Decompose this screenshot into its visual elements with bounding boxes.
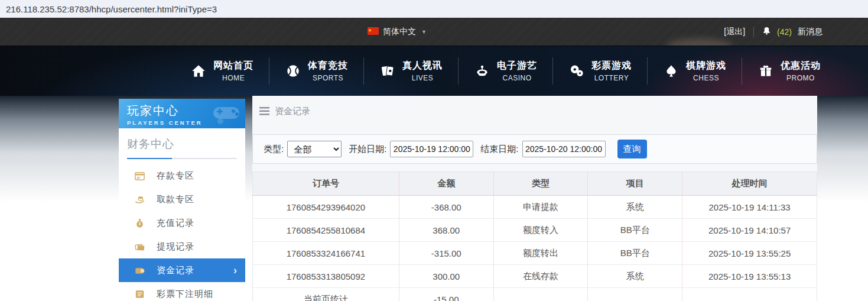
sidebar-item-label: 提现记录 [157, 241, 194, 253]
nav-item-home[interactable]: 网站首页HOME [175, 60, 269, 82]
lottery-icon [569, 63, 584, 79]
end-date-input[interactable] [522, 141, 606, 157]
sidebar-item[interactable]: 充值记录 [119, 211, 245, 235]
nav-item-subtitle: LOTTERY [591, 74, 632, 82]
funds-table: 订单号金额类型项目处理时间 1760854293964020-368.00申请提… [252, 171, 817, 301]
nav-item-title: 体育竞技 [308, 60, 348, 72]
table-row: 1760853313805092300.00在线存款系统2025-10-19 1… [253, 265, 817, 288]
message-count[interactable]: (42) [777, 27, 792, 37]
sidebar-item[interactable]: 取款专区 [119, 187, 245, 211]
table-header-cell: 处理时间 [682, 172, 817, 196]
page-url[interactable]: 216.118.235.52:8783/hhcp/usercenter.html… [6, 4, 217, 14]
sidebar-item[interactable]: 彩票下注明细 [119, 282, 245, 301]
nav-item-subtitle: CASINO [497, 74, 537, 82]
table-header-cell: 项目 [588, 172, 682, 196]
type-select[interactable]: 全部 [287, 141, 342, 157]
start-date-input[interactable] [390, 141, 473, 157]
table-row: 1760854293964020-368.00申请提款系统2025-10-19 … [253, 196, 817, 219]
funds-record-icon [134, 265, 146, 276]
table-cell: 2025-10-19 13:55:25 [682, 242, 817, 265]
nav-item-subtitle: SPORTS [308, 74, 348, 82]
sports-icon [285, 63, 301, 79]
chevron-right-icon: › [233, 265, 237, 276]
nav-item-title: 优惠活动 [781, 60, 821, 72]
main-nav: 网站首页HOME体育竞技SPORTS真人视讯LIVES电子游艺CASINO彩票游… [175, 46, 837, 96]
sidebar-item-label: 彩票下注明细 [157, 289, 213, 300]
table-cell: 额度转入 [493, 219, 588, 242]
table-header-cell: 金额 [399, 172, 493, 196]
table-cell: 系统 [588, 265, 682, 288]
nav-item-title: 棋牌游戏 [686, 60, 726, 72]
china-flag-icon [368, 27, 379, 37]
address-bar[interactable]: 216.118.235.52:8783/hhcp/usercenter.html… [0, 0, 868, 18]
table-cell: 2025-10-19 14:11:33 [682, 196, 817, 219]
breadcrumb: 资金记录 [252, 96, 817, 127]
table-cell [682, 288, 817, 301]
home-icon [191, 63, 206, 79]
withdraw-zone-icon [134, 194, 146, 205]
nav-item-lottery[interactable]: 彩票游戏LOTTERY [553, 60, 648, 82]
table-cell [588, 288, 682, 301]
language-selector[interactable]: 简体中文 ▼ [368, 18, 427, 46]
filter-bar: 类型: 全部 开始日期: 结束日期: 查询 [252, 134, 817, 164]
sidebar: 玩家中心 PLAYERS CENTER 财务中心 存款专区取款专区充值记录提现记… [119, 99, 245, 301]
nav-item-casino[interactable]: 电子游艺CASINO [459, 60, 553, 82]
table-cell: -315.00 [399, 242, 493, 265]
query-button[interactable]: 查询 [617, 140, 647, 158]
table-cell: 1760854255810684 [253, 219, 399, 242]
table-row: 1760853324166741-315.00额度转出BB平台2025-10-1… [253, 242, 817, 265]
nav-item-subtitle: CHESS [686, 74, 726, 82]
sidebar-section-title: 财务中心 [127, 137, 237, 152]
table-row: 1760854255810684368.00额度转入BB平台2025-10-19… [253, 219, 817, 242]
sidebar-item[interactable]: 存款专区 [119, 164, 245, 187]
section-underline [127, 158, 237, 159]
lottery-detail-icon [134, 289, 146, 300]
hamburger-icon[interactable] [259, 107, 269, 115]
nav-item-title: 网站首页 [213, 60, 253, 72]
table-cell: 1760853313805092 [253, 265, 399, 288]
divider [753, 27, 754, 37]
table-cell: 300.00 [399, 265, 493, 288]
lives-icon [380, 63, 395, 79]
type-label: 类型: [264, 144, 284, 155]
table-body: 1760854293964020-368.00申请提款系统2025-10-19 … [253, 196, 817, 301]
table-cell: 2025-10-19 14:10:57 [682, 219, 817, 242]
sidebar-item-label: 取款专区 [157, 194, 194, 205]
nav-item-sports[interactable]: 体育竞技SPORTS [269, 60, 364, 82]
table-header-row: 订单号金额类型项目处理时间 [253, 172, 817, 196]
new-messages-link[interactable]: 新消息 [798, 27, 823, 37]
bell-icon[interactable] [762, 26, 771, 37]
table-cell [493, 288, 588, 301]
sidebar-item[interactable]: 提现记录 [119, 235, 245, 258]
table-cell: 2025-10-19 13:55:13 [682, 265, 817, 288]
nav-item-subtitle: HOME [213, 74, 253, 82]
logout-button[interactable]: [退出] [724, 27, 745, 37]
table-cell: 在线存款 [493, 265, 588, 288]
page-body: 玩家中心 PLAYERS CENTER 财务中心 存款专区取款专区充值记录提现记… [0, 96, 868, 301]
nav-item-promo[interactable]: 优惠活动PROMO [742, 60, 837, 82]
table-cell: 当前页统计 [253, 288, 399, 301]
deposit-zone-icon [134, 170, 146, 182]
nav-item-subtitle: PROMO [781, 74, 821, 82]
casino-icon [474, 63, 490, 79]
topbar: 简体中文 ▼ [退出] (42) 新消息 [0, 18, 868, 46]
table-cell: 1760854293964020 [253, 196, 399, 219]
promo-icon [758, 63, 773, 79]
table-cell: 申请提款 [493, 196, 588, 219]
table-cell: 368.00 [399, 219, 493, 242]
end-date-label: 结束日期: [480, 144, 518, 155]
sidebar-item-label: 资金记录 [157, 265, 194, 276]
nav-item-title: 电子游艺 [497, 60, 537, 72]
start-date-label: 开始日期: [349, 144, 386, 155]
sidebar-menu: 存款专区取款专区充值记录提现记录资金记录›彩票下注明细 [119, 164, 245, 301]
table-row: 当前页统计-15.00 [253, 288, 817, 301]
table-cell: -15.00 [399, 288, 493, 301]
sidebar-section: 财务中心 [119, 128, 245, 159]
sidebar-item-label: 存款专区 [157, 170, 194, 182]
sidebar-item-active[interactable]: 资金记录› [119, 258, 245, 282]
table-cell: -368.00 [399, 196, 493, 219]
nav-item-chess[interactable]: 棋牌游戏CHESS [648, 60, 742, 82]
nav-item-lives[interactable]: 真人视讯LIVES [364, 60, 459, 82]
chevron-down-icon: ▼ [421, 29, 427, 35]
language-label: 简体中文 [383, 27, 416, 37]
